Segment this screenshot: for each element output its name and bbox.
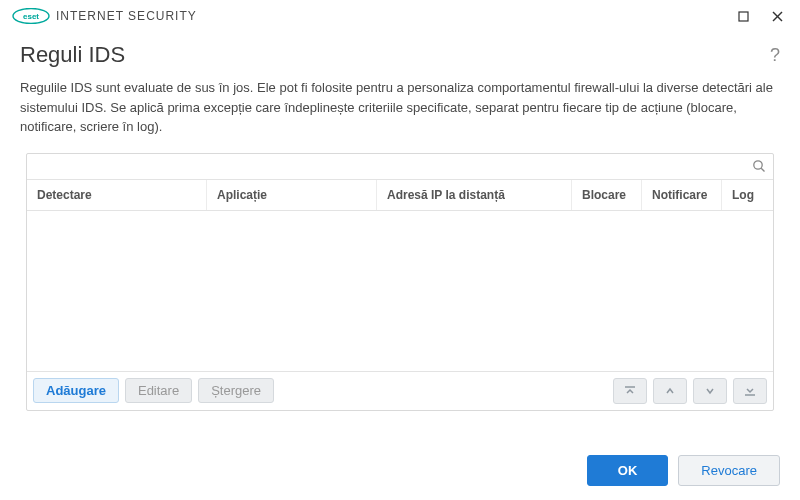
page-title: Reguli IDS xyxy=(20,42,125,68)
panel-footer: Adăugare Editare Ștergere xyxy=(27,371,773,410)
svg-rect-2 xyxy=(739,12,748,21)
column-header-app[interactable]: Aplicație xyxy=(207,180,377,210)
titlebar: eset INTERNET SECURITY xyxy=(0,0,800,32)
window-close-button[interactable] xyxy=(760,4,794,28)
table-header: Detectare Aplicație Adresă IP la distanț… xyxy=(27,180,773,211)
content: Reguli IDS ? Regulile IDS sunt evaluate … xyxy=(0,32,800,411)
svg-point-5 xyxy=(754,161,762,169)
column-header-block[interactable]: Blocare xyxy=(572,180,642,210)
brand: eset INTERNET SECURITY xyxy=(12,8,197,24)
search-row xyxy=(27,154,773,180)
svg-text:eset: eset xyxy=(23,12,39,21)
window-maximize-button[interactable] xyxy=(726,4,760,28)
product-name: INTERNET SECURITY xyxy=(56,9,197,23)
brand-logo-icon: eset xyxy=(12,8,50,24)
ok-button[interactable]: OK xyxy=(587,455,669,486)
add-button[interactable]: Adăugare xyxy=(33,378,119,403)
svg-line-6 xyxy=(761,168,764,171)
cancel-button[interactable]: Revocare xyxy=(678,455,780,486)
search-input[interactable] xyxy=(27,159,745,173)
column-header-log[interactable]: Log xyxy=(722,180,773,210)
page-description: Regulile IDS sunt evaluate de sus în jos… xyxy=(20,78,780,137)
table-body xyxy=(27,211,773,371)
delete-button: Ștergere xyxy=(198,378,274,403)
column-header-addr[interactable]: Adresă IP la distanță xyxy=(377,180,572,210)
move-top-button[interactable] xyxy=(613,378,647,404)
edit-button: Editare xyxy=(125,378,192,403)
column-header-notif[interactable]: Notificare xyxy=(642,180,722,210)
move-bottom-button[interactable] xyxy=(733,378,767,404)
help-icon[interactable]: ? xyxy=(770,45,780,66)
rules-panel: Detectare Aplicație Adresă IP la distanț… xyxy=(26,153,774,411)
column-header-detect[interactable]: Detectare xyxy=(27,180,207,210)
search-icon[interactable] xyxy=(745,159,773,173)
dialog-footer: OK Revocare xyxy=(587,455,780,486)
move-up-button[interactable] xyxy=(653,378,687,404)
move-down-button[interactable] xyxy=(693,378,727,404)
